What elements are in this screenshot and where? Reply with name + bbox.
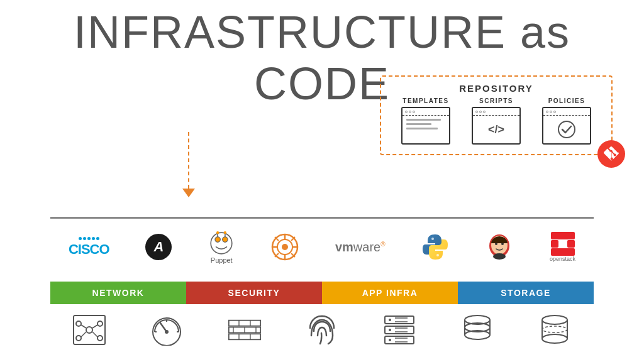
svg-line-39 [92, 332, 97, 337]
svg-point-0 [558, 121, 575, 138]
svg-point-65 [389, 339, 391, 341]
network-icon [70, 313, 108, 348]
logo-puppet: Puppet [208, 231, 235, 263]
logos-section: CISCO A Puppet [50, 225, 594, 269]
git-icon [597, 140, 625, 168]
svg-point-7 [224, 231, 226, 234]
policies-label: POLICIES [548, 97, 586, 104]
repository-box: REPOSITORY TEMPLATES [380, 75, 613, 155]
firewall-icon [226, 313, 264, 348]
repository-label: REPOSITORY [391, 83, 602, 94]
svg-rect-48 [228, 334, 260, 339]
svg-point-45 [165, 330, 169, 334]
openstack-label: openstack [550, 256, 575, 262]
svg-point-6 [216, 231, 219, 234]
svg-point-2 [215, 237, 220, 242]
repository-items: TEMPLATES SCRIPTS [391, 97, 602, 145]
logo-cisco: CISCO [69, 231, 109, 263]
security-gauge-icon [148, 313, 186, 348]
logo-openstack: openstack [550, 231, 575, 263]
svg-point-19 [431, 238, 434, 240]
svg-point-1 [211, 233, 232, 254]
svg-rect-29 [567, 240, 575, 248]
category-icons [50, 308, 594, 352]
svg-rect-27 [551, 248, 575, 256]
svg-line-36 [81, 325, 86, 328]
cisco-text: CISCO [69, 241, 109, 258]
category-storage: STORAGE [458, 282, 594, 304]
svg-line-38 [81, 332, 86, 337]
svg-point-20 [436, 254, 439, 256]
policies-icon [542, 107, 591, 145]
logo-ansible: A [145, 231, 172, 263]
svg-point-32 [76, 321, 81, 326]
repo-item-scripts: SCRIPTS </> [465, 97, 528, 145]
scripts-label: SCRIPTS [479, 97, 513, 104]
category-security: SECURITY [186, 282, 322, 304]
fingerprint-icon [303, 313, 341, 348]
arrow-down [182, 189, 195, 197]
svg-point-79 [542, 334, 567, 343]
svg-point-76 [542, 315, 567, 324]
horizontal-line [50, 217, 594, 219]
svg-rect-28 [551, 240, 558, 248]
logo-jenkins [486, 231, 513, 263]
repo-item-templates: TEMPLATES [394, 97, 457, 145]
category-appinfra: APP INFRA [322, 282, 458, 304]
dashed-line [188, 132, 189, 189]
ansible-circle: A [145, 234, 172, 260]
svg-point-10 [282, 244, 288, 250]
server-stack-icon [380, 313, 418, 348]
category-network: NETWORK [50, 282, 186, 304]
svg-point-31 [86, 327, 92, 333]
svg-point-80 [542, 326, 567, 332]
svg-point-34 [76, 336, 81, 341]
category-bars: NETWORK SECURITY APP INFRA STORAGE [50, 282, 594, 304]
scripts-icon: </> [472, 107, 521, 145]
storage-stack-icon [458, 313, 496, 348]
repository-section: REPOSITORY TEMPLATES [380, 75, 613, 155]
templates-icon [401, 107, 450, 145]
svg-point-57 [389, 319, 391, 321]
svg-point-61 [389, 329, 391, 331]
logo-chef [271, 231, 299, 263]
repo-item-policies: POLICIES [535, 97, 598, 145]
logo-vmware: vmware® [335, 231, 386, 263]
svg-rect-26 [551, 232, 575, 239]
database-icon [536, 313, 574, 348]
svg-point-33 [97, 321, 103, 326]
puppet-label: Puppet [211, 256, 233, 264]
svg-point-25 [493, 253, 506, 260]
logo-python [421, 231, 449, 263]
vmware-text: vmware® [335, 240, 386, 255]
svg-line-37 [92, 325, 97, 328]
svg-rect-46 [228, 321, 260, 326]
templates-label: TEMPLATES [402, 97, 448, 104]
svg-point-35 [97, 336, 103, 341]
svg-point-3 [223, 237, 228, 242]
arrow-section [182, 132, 195, 197]
